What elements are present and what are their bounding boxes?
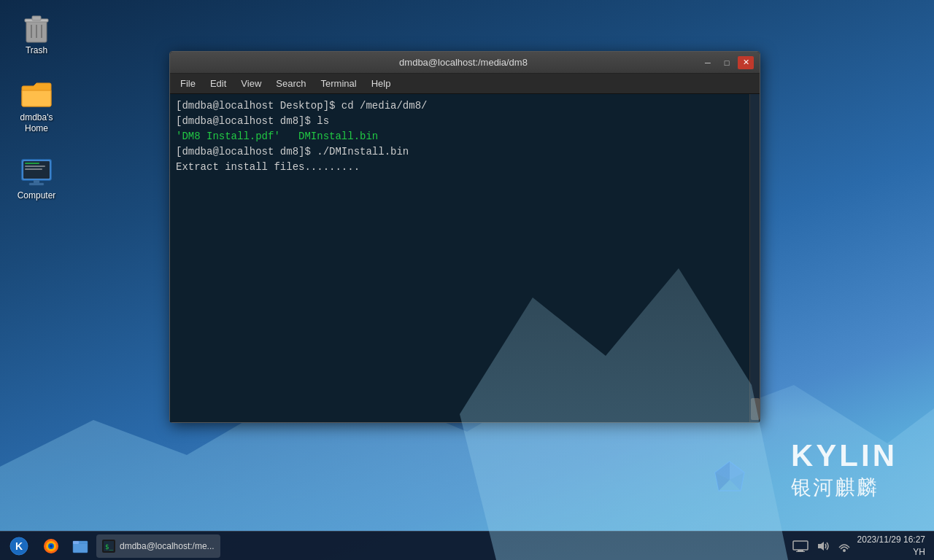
maximize-button[interactable]: □ (719, 56, 735, 69)
screen-button[interactable] (790, 536, 811, 556)
menu-edit[interactable]: Edit (203, 77, 234, 90)
svg-point-32 (843, 549, 846, 552)
kylin-branding: KYLIN 银河麒麟 (791, 440, 898, 502)
svg-text:K: K (15, 540, 23, 552)
scrollbar-thumb[interactable] (751, 398, 760, 420)
terminal-title: dmdba@localhost:/media/dm8 (227, 57, 700, 68)
svg-rect-2 (32, 16, 41, 20)
terminal-line-4: [dmdba@localhost dm8]$ ./DMInstall.bin (176, 144, 754, 160)
trash-icon (19, 10, 54, 45)
svg-rect-28 (793, 541, 808, 550)
menu-terminal[interactable]: Terminal (314, 77, 364, 90)
menu-file[interactable]: File (173, 77, 203, 90)
terminal-taskbar-icon: $_ (102, 540, 115, 553)
svg-rect-11 (34, 180, 39, 183)
svg-rect-8 (25, 163, 39, 164)
terminal-line-1: [dmdba@localhost Desktop]$ cd /media/dm8… (176, 98, 754, 114)
terminal-line-5: Extract install files......... (176, 160, 754, 175)
menu-search[interactable]: Search (269, 77, 313, 90)
folder-icon (19, 77, 54, 112)
computer-icon (19, 155, 54, 190)
start-button[interactable]: K (3, 534, 35, 558)
clock-extra: YH (857, 546, 925, 559)
firefox-icon (42, 537, 60, 555)
svg-marker-16 (715, 472, 730, 491)
svg-text:$_: $_ (105, 543, 113, 551)
svg-rect-29 (798, 550, 803, 551)
network-icon[interactable] (837, 539, 852, 553)
terminal-menubar: File Edit View Search Terminal Help (170, 74, 760, 94)
taskbar: K (0, 531, 934, 560)
svg-rect-30 (796, 551, 805, 552)
volume-icon[interactable] (817, 539, 831, 553)
screen-icon (792, 540, 808, 552)
desktop-icons: Trash dmdba'sHome Computer (0, 0, 73, 226)
terminal-small-icon: $_ (104, 541, 114, 551)
svg-marker-15 (715, 462, 730, 480)
minimize-button[interactable]: ─ (700, 56, 716, 69)
volume-svg (817, 540, 830, 552)
home-folder-label: dmdba'sHome (20, 112, 53, 135)
terminal-window: dmdba@localhost:/media/dm8 ─ □ ✕ File Ed… (169, 51, 760, 423)
svg-rect-25 (73, 541, 79, 544)
terminal-taskbar-button[interactable]: $_ dmdba@localhost:/me... (96, 534, 220, 558)
terminal-controls: ─ □ ✕ (700, 56, 754, 69)
svg-marker-13 (715, 462, 744, 491)
kylin-text-english: KYLIN (791, 440, 898, 471)
svg-marker-17 (730, 472, 744, 491)
svg-point-23 (50, 545, 53, 548)
terminal-scrollbar[interactable] (749, 94, 760, 422)
computer-label: Computer (18, 190, 56, 202)
kylin-diamond-icon (711, 458, 748, 494)
svg-marker-31 (818, 542, 824, 551)
trash-label: Trash (26, 45, 47, 57)
start-icon: K (9, 536, 29, 556)
taskbar-tray: 2023/11/29 16:27 YH (790, 534, 931, 559)
svg-rect-10 (25, 168, 42, 170)
trash-icon-container[interactable]: Trash (7, 7, 66, 60)
system-clock[interactable]: 2023/11/29 16:27 YH (857, 534, 925, 559)
desktop: Trash dmdba'sHome Computer (0, 0, 934, 560)
taskbar-window-title: dmdba@localhost:/me... (120, 541, 215, 551)
terminal-line-3: 'DM8 Install.pdf' DMInstall.bin (176, 129, 754, 144)
terminal-content[interactable]: [dmdba@localhost Desktop]$ cd /media/dm8… (170, 94, 760, 422)
kylin-text-chinese: 银河麒麟 (791, 474, 879, 502)
menu-help[interactable]: Help (364, 77, 398, 90)
computer-icon-container[interactable]: Computer (7, 152, 66, 205)
file-manager-button[interactable] (67, 534, 93, 558)
firefox-button[interactable] (38, 534, 64, 558)
svg-marker-14 (730, 462, 744, 480)
taskbar-apps (38, 534, 93, 558)
home-folder-container[interactable]: dmdba'sHome (7, 74, 66, 138)
file-manager-icon (72, 537, 89, 555)
svg-rect-9 (25, 166, 45, 167)
close-button[interactable]: ✕ (738, 56, 754, 69)
terminal-titlebar: dmdba@localhost:/media/dm8 ─ □ ✕ (170, 52, 760, 74)
terminal-line-2: [dmdba@localhost dm8]$ ls (176, 114, 754, 129)
clock-date: 2023/11/29 16:27 (857, 534, 925, 546)
svg-rect-12 (29, 183, 44, 185)
menu-view[interactable]: View (234, 77, 269, 90)
network-svg (838, 540, 851, 552)
